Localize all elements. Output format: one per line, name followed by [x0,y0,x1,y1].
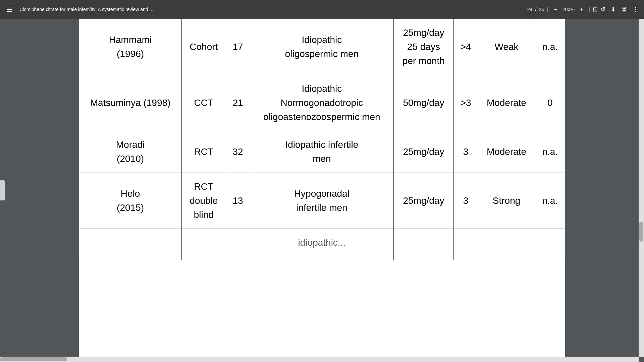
download-button[interactable]: ⬇ [611,6,616,13]
table-row: Matsuminya (1998) CCT 21 IdiopathicNormo… [79,75,565,131]
page-current: 24 [527,7,533,12]
cell-author: Hammami(1996) [79,19,182,75]
cell-n: 21 [226,75,250,131]
cell-quality: Moderate [478,75,535,131]
cell-cohort: RCT [182,131,226,173]
cell-n: 17 [226,19,250,75]
horizontal-scrollbar[interactable] [0,357,639,362]
cell-outcome-partial [535,229,565,260]
cell-population: Idiopathic infertilemen [250,131,393,173]
cell-dose: 50mg/day [394,75,454,131]
cell-population: Idiopathicoligospermic men [250,19,393,75]
rotate-button[interactable]: ↺ [600,6,605,13]
cell-quality: Strong [478,173,535,229]
cell-author: Moradi(2010) [79,131,182,173]
horizontal-scrollbar-thumb[interactable] [0,357,67,361]
cell-n: 13 [226,173,250,229]
cell-duration: >3 [453,75,478,131]
cell-cohort: Cohort [182,19,226,75]
vertical-scrollbar[interactable] [639,19,644,357]
cell-population-partial: idiopathic... [250,229,393,260]
side-handle[interactable] [0,180,5,200]
cell-duration: 3 [453,131,478,173]
cell-dose: 25mg/day25 daysper month [394,19,454,75]
cell-dose: 25mg/day [394,173,454,229]
cell-outcome: n.a. [535,173,565,229]
document-title: Clomiphene citrate for male infertility:… [19,7,522,12]
zoom-out-button[interactable]: − [551,5,560,14]
page-separator: / [535,7,536,12]
table-row: Helo(2015) RCTdoubleblind 13 Hypogonadal… [79,173,565,229]
cell-n: 32 [226,131,250,173]
cell-author: Matsuminya (1998) [79,75,182,131]
cell-population: Hypogonadalinfertile men [250,173,393,229]
page-controls: 24 / 25 | − 200% + | ⊡ ↺ [527,5,605,14]
cell-cohort: RCTdoubleblind [182,173,226,229]
cell-duration-partial [453,229,478,260]
zoom-in-button[interactable]: + [577,5,586,14]
cell-duration: 3 [453,173,478,229]
zoom-level: 200% [562,7,575,12]
print-button[interactable]: 🖶 [621,6,627,13]
content-area: Hammami(1996) Cohort 17 Idiopathicoligos… [0,19,644,362]
cell-n-partial [226,229,250,260]
cell-outcome: 0 [535,75,565,131]
menu-icon[interactable]: ☰ [5,4,14,15]
toolbar: ☰ Clomiphene citrate for male infertilit… [0,0,644,19]
cell-cohort-partial [182,229,226,260]
table-row: Moradi(2010) RCT 32 Idiopathic infertile… [79,131,565,173]
cell-quality: Weak [478,19,535,75]
toolbar-right-icons: ⬇ 🖶 ⋮ [611,6,639,13]
cell-author: Helo(2015) [79,173,182,229]
cell-population: IdiopathicNormogonadotropicoligoastenozo… [250,75,393,131]
toolbar-divider-2: | [589,7,590,12]
fit-page-button[interactable]: ⊡ [593,6,598,13]
cell-duration: >4 [453,19,478,75]
cell-author-partial [79,229,182,260]
vertical-scrollbar-thumb[interactable] [639,222,643,242]
cell-dose: 25mg/day [394,131,454,173]
cell-dose-partial [394,229,454,260]
toolbar-divider-1: | [547,7,548,12]
cell-quality: Moderate [478,131,535,173]
cell-outcome: n.a. [535,19,565,75]
cell-quality-partial [478,229,535,260]
more-options-button[interactable]: ⋮ [633,6,639,13]
cell-cohort: CCT [182,75,226,131]
pdf-page: Hammami(1996) Cohort 17 Idiopathicoligos… [79,19,565,362]
table-row: Hammami(1996) Cohort 17 Idiopathicoligos… [79,19,565,75]
page-total: 25 [539,7,544,12]
data-table: Hammami(1996) Cohort 17 Idiopathicoligos… [79,19,565,260]
cell-outcome: n.a. [535,131,565,173]
table-container: Hammami(1996) Cohort 17 Idiopathicoligos… [79,19,565,260]
table-row-partial: idiopathic... [79,229,565,260]
